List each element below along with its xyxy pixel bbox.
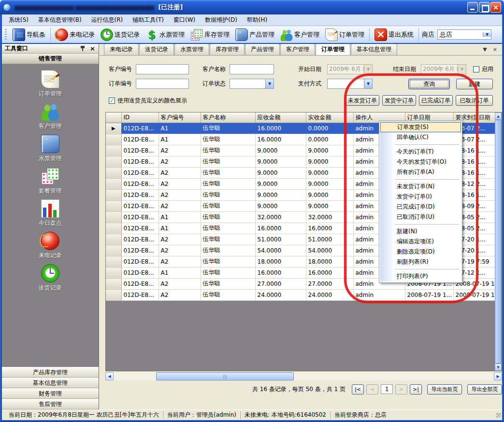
scroll-up-icon[interactable]: ▲ [495,113,502,120]
toolbar-button[interactable]: 客户管理 [277,28,322,42]
sidebar-item[interactable]: 送货记录 [21,264,79,292]
row-selector-cell[interactable] [106,223,121,234]
sidebar-item[interactable]: 来电记录 [21,232,79,260]
window-titlebar[interactable]: ■■■■■■■■■■■■ ■■■■■■■■■■■■■■■■ [已注册] × [0,0,504,14]
chevron-down-icon[interactable]: ▼ [483,32,491,37]
menubar-item[interactable]: 运行信息(R) [86,14,128,26]
context-menu-item[interactable]: 打印列表(P) [380,271,461,281]
enable-checkbox[interactable] [473,66,479,72]
sidebar-item[interactable]: 水票管理 [21,135,79,163]
horizontal-scrollbar-thumb[interactable] [156,372,294,380]
table-row[interactable]: 012D-E8...A2伍华聪24.000024.0000admin2008-0… [106,289,496,300]
query-button[interactable]: 查询 [408,79,450,89]
customer-no-input[interactable] [136,64,189,74]
grid-column-header[interactable]: 实收金额 [306,113,353,123]
toolbar-button[interactable] [418,28,419,42]
chevron-down-icon[interactable]: ▼ [364,79,372,88]
first-page-button[interactable]: |< [352,384,364,394]
horizontal-scrollbar[interactable]: ◀ ▶ [105,372,502,380]
tab[interactable]: 产品管理 [245,43,280,55]
tab-close-icon[interactable]: × [493,46,497,53]
pin-icon[interactable] [80,45,86,52]
chevron-down-icon[interactable]: ▼ [364,65,372,74]
last-page-button[interactable]: >| [410,384,422,394]
export-current-page-button[interactable]: 导出当前页 [427,384,462,394]
context-menu-item[interactable]: 回单确认(C) [380,132,461,142]
next-page-button[interactable]: > [395,384,407,394]
chevron-down-icon[interactable]: ▼ [458,65,466,74]
tab[interactable]: 来电记录 [104,43,139,55]
context-menu-item[interactable]: 未发货订单(N) [380,182,461,192]
tab[interactable]: 客户管理 [280,43,315,55]
row-selector-cell[interactable] [106,167,121,178]
end-date-picker[interactable]: 2009年 6月 8日 ▼ [421,64,466,74]
sidebar-group-header[interactable]: 销售管理 [2,54,99,64]
tab[interactable]: 水票管理 [174,43,209,55]
sidebar-close-icon[interactable]: × [88,45,97,52]
row-selector-cell[interactable] [106,156,121,167]
context-menu-item[interactable]: 编辑选定项(E) [380,237,461,247]
maximize-button[interactable] [479,2,490,13]
row-selector-cell[interactable] [106,178,121,189]
row-selector-cell[interactable] [106,234,121,245]
row-selector-cell[interactable] [106,278,121,289]
context-menu-item[interactable] [395,179,459,180]
vertical-scrollbar-thumb[interactable] [495,120,502,364]
toolbar-button[interactable]: 水票管理 [143,28,187,42]
order-status-filter-button[interactable]: 已完成订单 [419,95,453,106]
context-menu-item[interactable]: 今天的订单(T) [380,147,461,157]
chevron-down-icon[interactable]: ▼ [265,79,274,88]
vertical-scrollbar[interactable]: ▲ ▼ [495,113,502,371]
row-selector-cell[interactable] [106,256,121,267]
menubar-item[interactable]: 帮助(H) [242,14,272,26]
sidebar-item[interactable]: 客户管理 [21,102,79,130]
toolbar-button[interactable]: 送货记录 [98,28,143,42]
context-menu-item[interactable] [395,224,459,225]
menubar-item[interactable]: 数据维护(D) [200,14,242,26]
row-selector-cell[interactable] [106,134,121,145]
pay-method-select[interactable]: ▼ [327,79,373,89]
row-selector-cell[interactable] [106,267,121,278]
scroll-left-icon[interactable]: ◀ [105,372,114,380]
export-all-pages-button[interactable]: 导出全部页 [467,384,502,394]
toolbar-button[interactable] [369,28,370,42]
new-button[interactable]: 新建 [456,79,493,89]
grid-column-header[interactable]: ID [121,113,158,123]
tab[interactable]: 送货记录 [139,43,174,55]
close-button[interactable]: × [490,2,501,13]
toolbar-button[interactable]: 产品管理 [232,28,277,42]
context-menu-item[interactable] [395,269,459,269]
toolbar-button[interactable]: 订单管理 [322,28,367,42]
prev-page-button[interactable]: < [366,384,378,394]
context-menu-item[interactable]: 发货中订单(I) [380,192,461,202]
order-no-input[interactable] [136,79,189,89]
shop-select[interactable]: 总店 ▼ [437,29,491,40]
toolbar-button[interactable]: 来电记录 [53,28,98,42]
order-status-filter-button[interactable]: 发货中订单 [382,95,416,106]
minimize-button[interactable] [467,2,478,13]
menubar-item[interactable]: 基本信息管理(B) [33,14,86,26]
context-menu-item[interactable]: 删除选定项(D) [380,247,461,257]
sidebar-group-bar[interactable]: 售后管理 [2,399,99,409]
row-selector-cell[interactable] [106,200,121,211]
tab[interactable]: 库存管理 [210,43,245,55]
customer-name-input[interactable] [230,64,274,74]
context-menu-item[interactable]: 所有的订单(A) [380,167,461,177]
menubar-item[interactable]: 辅助工具(T) [128,14,169,26]
sidebar-group-bar[interactable]: 基本信息管理 [2,378,99,388]
page-number-input[interactable]: 1 [381,384,393,394]
row-selector-cell[interactable] [106,289,121,300]
order-status-filter-button[interactable]: 已取消订单 [456,95,493,106]
sidebar-item[interactable]: 今日盘点 [21,199,79,227]
toolbar-button[interactable]: 导航条 [10,28,48,42]
scroll-right-icon[interactable]: ▶ [494,372,502,380]
grid-column-header[interactable]: 客户编号 [158,113,201,123]
row-selector-cell[interactable]: ▶ [106,123,121,134]
context-menu-item[interactable] [395,144,459,145]
sidebar-item[interactable]: 套餐管理 [21,167,79,195]
toolbar-grip-icon[interactable] [5,29,7,41]
context-menu-item[interactable]: 今天的发货订单(O) [380,157,461,167]
start-date-picker[interactable]: 2009年 6月 8日 ▼ [327,64,373,74]
grid-column-header[interactable]: 应收金额 [255,113,306,123]
row-selector-cell[interactable] [106,211,121,223]
